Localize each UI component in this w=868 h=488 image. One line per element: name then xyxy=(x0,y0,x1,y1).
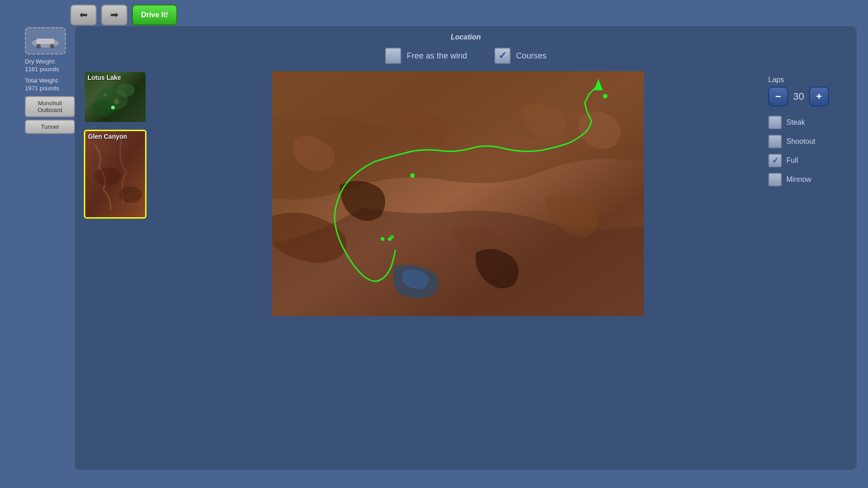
main-map-svg xyxy=(154,71,761,316)
thumbnails: Lotus Lake Glen Canyon xyxy=(84,71,147,316)
steak-checkbox[interactable] xyxy=(768,116,782,129)
laps-increase-button[interactable]: + xyxy=(809,87,829,107)
lotus-lake-map-svg xyxy=(85,72,146,122)
svg-point-7 xyxy=(114,99,119,104)
laps-section: Laps − 30 + xyxy=(768,76,848,107)
laps-label: Laps xyxy=(768,76,784,84)
free-as-wind-option[interactable]: Free as the wind xyxy=(385,48,467,64)
lotus-lake-thumbnail[interactable]: Lotus Lake xyxy=(84,71,146,123)
minnow-label: Minnow xyxy=(786,176,811,184)
svg-point-16 xyxy=(603,94,608,98)
courses-checkbox[interactable] xyxy=(494,48,511,64)
glen-canyon-thumbnail[interactable]: Glen Canyon xyxy=(84,130,146,219)
back-arrow-icon: ⬅ xyxy=(79,9,88,21)
forward-arrow-icon: ➡ xyxy=(110,9,118,21)
main-map[interactable] xyxy=(154,71,761,316)
minnow-checkbox[interactable] xyxy=(768,173,782,186)
minnow-option[interactable]: Minnow xyxy=(768,173,811,186)
svg-point-3 xyxy=(50,44,54,49)
full-checkbox[interactable] xyxy=(768,154,782,167)
svg-point-17 xyxy=(410,173,415,178)
steak-option[interactable]: Steak xyxy=(768,116,805,129)
back-button[interactable]: ⬅ xyxy=(70,5,97,25)
free-as-wind-label: Free as the wind xyxy=(407,51,467,61)
free-as-wind-checkbox[interactable] xyxy=(385,48,401,64)
glen-canyon-map-svg xyxy=(85,131,145,217)
drive-it-button[interactable]: Drive It! xyxy=(132,5,177,25)
options-row: Free as the wind Courses xyxy=(84,48,848,64)
monohull-outboard-button[interactable]: MonohullOutboard xyxy=(25,96,75,117)
laps-decrease-button[interactable]: − xyxy=(768,87,788,107)
right-controls: Laps − 30 + Steak Shootout Full xyxy=(768,71,848,316)
forward-button[interactable]: ➡ xyxy=(101,5,127,25)
laps-control: − 30 + xyxy=(768,87,829,107)
full-label: Full xyxy=(786,156,798,165)
shootout-label: Shootout xyxy=(786,137,815,146)
svg-rect-1 xyxy=(36,39,54,44)
courses-option[interactable]: Courses xyxy=(494,48,546,64)
steak-label: Steak xyxy=(786,118,805,127)
svg-point-5 xyxy=(117,83,135,97)
svg-point-19 xyxy=(381,237,385,241)
vehicle-svg xyxy=(29,32,61,50)
vehicle-icon xyxy=(25,27,66,54)
glen-canyon-name: Glen Canyon xyxy=(88,133,127,140)
tunnel-button[interactable]: Tunnel xyxy=(25,120,75,134)
svg-point-20 xyxy=(388,237,392,241)
svg-point-11 xyxy=(94,167,122,185)
map-area: Lotus Lake Glen Canyon xyxy=(84,71,848,316)
location-title: Location xyxy=(84,33,848,41)
svg-point-9 xyxy=(111,106,115,109)
shootout-option[interactable]: Shootout xyxy=(768,135,815,148)
courses-label: Courses xyxy=(516,51,546,61)
top-bar: ⬅ ➡ Drive It! xyxy=(70,5,177,25)
shootout-checkbox[interactable] xyxy=(768,135,782,148)
svg-point-12 xyxy=(119,186,142,203)
svg-point-2 xyxy=(36,44,41,49)
laps-value: 30 xyxy=(792,91,805,102)
full-option[interactable]: Full xyxy=(768,154,798,167)
svg-point-6 xyxy=(92,100,114,117)
main-content: Location Free as the wind Courses Lotus … xyxy=(75,26,857,470)
svg-point-8 xyxy=(103,93,107,97)
